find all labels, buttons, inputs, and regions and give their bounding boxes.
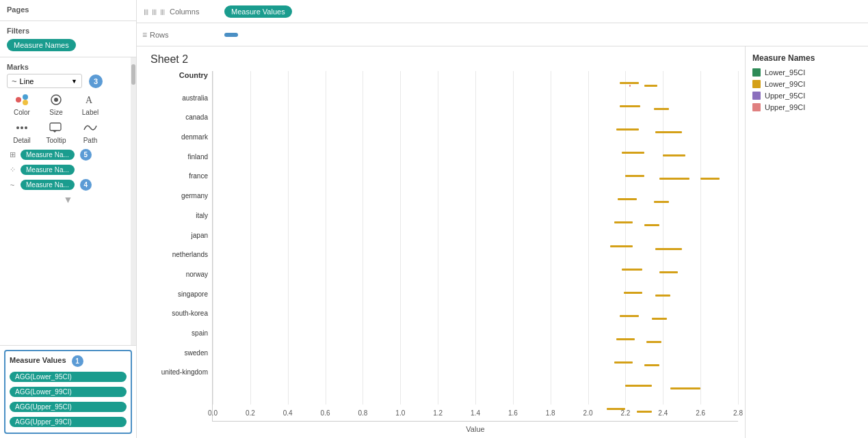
- marks-type-row: ~ Line ▼ 3: [7, 74, 129, 88]
- filters-section: Filters Measure Names: [0, 21, 136, 57]
- data-mark-5-1: [654, 201, 669, 203]
- mv-pill-3[interactable]: AGG(Upper_95CI): [10, 402, 127, 412]
- marks-field-1-pill[interactable]: Measure Na...: [21, 150, 75, 160]
- svg-point-4: [54, 98, 58, 102]
- marks-tooltip-btn[interactable]: Tooltip: [41, 120, 71, 144]
- filter-measure-names-pill[interactable]: Measure Names: [7, 39, 76, 51]
- tooltip-icon: [47, 120, 66, 135]
- marks-icons-row-1: Color Size A Label: [7, 92, 129, 116]
- y-axis-header: Country: [144, 71, 212, 82]
- data-mark-13-1: [670, 387, 700, 389]
- y-label-singapore: singapore: [144, 291, 212, 298]
- columns-measure-values-pill[interactable]: Measure Values: [224, 5, 292, 18]
- scroll-thumb[interactable]: [131, 64, 135, 85]
- data-mark-13-0: [625, 385, 651, 387]
- x-label-8: 1.6: [508, 409, 518, 417]
- mv-pill-2[interactable]: AGG(Lower_99CI): [10, 387, 127, 397]
- marks-title: Marks: [7, 60, 129, 74]
- data-mark-6-0: [614, 221, 633, 223]
- marks-size-btn[interactable]: Size: [41, 92, 71, 116]
- data-mark-0-0: [620, 82, 638, 84]
- y-label-italy: italy: [144, 213, 212, 219]
- path-icon: [81, 120, 100, 135]
- legend-item-upper99: Upper_99CI: [752, 103, 861, 111]
- y-label-canada: canada: [144, 114, 212, 121]
- marks-path-btn[interactable]: Path: [75, 120, 105, 144]
- data-mark-8-0: [622, 269, 642, 271]
- y-label-spain: spain: [144, 330, 212, 337]
- marks-detail-btn[interactable]: Detail: [7, 120, 37, 144]
- y-label-sweden: sweden: [144, 350, 212, 357]
- legend-label-lower99: Lower_99CI: [765, 80, 805, 88]
- scroll-down-indicator: ▼: [7, 191, 129, 205]
- marks-field-2-pill[interactable]: Measure Na...: [21, 165, 75, 175]
- data-mark-4-1: [659, 178, 689, 180]
- grid-line-10: [588, 71, 589, 405]
- marks-label-btn[interactable]: A Label: [75, 92, 105, 116]
- x-label-7: 1.4: [471, 409, 480, 417]
- left-panel: Pages Filters Measure Names Marks ~ Line…: [0, 0, 137, 438]
- grid-line-9: [551, 71, 551, 405]
- x-label-14: 2.8: [733, 409, 743, 417]
- grid-line-1: [250, 71, 251, 405]
- x-label-10: 2.0: [583, 409, 593, 417]
- mv-pill-1[interactable]: AGG(Lower_95CI): [10, 372, 127, 382]
- marks-field-row-1: ⊞ Measure Na... 5: [7, 148, 129, 161]
- columns-pills: Measure Values: [224, 4, 292, 19]
- scroll-track[interactable]: [131, 57, 136, 345]
- data-mark-11-0: [616, 338, 635, 340]
- chart-container: Sheet 2 Country australia canada denmark…: [137, 46, 868, 438]
- marks-field-3-pill[interactable]: Measure Na...: [21, 180, 75, 190]
- y-label-netherlands: netherlands: [144, 251, 212, 258]
- marks-detail-label: Detail: [13, 137, 31, 144]
- marks-path-label: Path: [83, 137, 98, 144]
- data-mark-0-1: [644, 85, 657, 87]
- data-mark-1-1: [654, 108, 669, 110]
- grid-line-3: [326, 71, 326, 405]
- color-icon: [12, 92, 31, 107]
- grid-line-6: [438, 71, 438, 405]
- chevron-down-icon: ▼: [71, 78, 77, 85]
- x-label-13: 2.6: [696, 409, 705, 417]
- main-content: ⫼⫼⫼ Columns Measure Values ≡ Rows Sheet …: [137, 0, 868, 438]
- svg-point-2: [23, 100, 28, 105]
- rows-icon: ≡: [142, 30, 147, 40]
- marks-color-btn[interactable]: Color: [7, 92, 37, 116]
- marks-field-3-badge: 4: [80, 179, 92, 191]
- y-label-france: france: [144, 173, 212, 180]
- wave-icon: ~: [7, 181, 18, 189]
- data-mark-12-0: [614, 361, 633, 364]
- y-label-finland: finland: [144, 154, 212, 161]
- y-label-denmark: denmark: [144, 134, 212, 141]
- marks-fields: ⊞ Measure Na... 5 ⁘ Measure Na... ~ Meas…: [7, 148, 129, 191]
- y-label-germany: germany: [144, 193, 212, 200]
- data-mark-10-0: [620, 315, 638, 317]
- svg-point-1: [23, 94, 28, 100]
- rows-pills: [224, 31, 238, 38]
- data-mark-9-0: [624, 292, 642, 294]
- lower95-color-swatch: [752, 68, 761, 77]
- color-dots-icon: [14, 94, 29, 106]
- pages-section: Pages: [0, 0, 136, 21]
- mv-pill-4[interactable]: AGG(Upper_99CI): [10, 417, 127, 427]
- marks-type-select[interactable]: ~ Line ▼: [7, 74, 82, 88]
- pages-title: Pages: [7, 3, 129, 16]
- legend-item-lower95: Lower_95CI: [752, 68, 861, 77]
- x-label-3: 0.6: [321, 409, 330, 417]
- x-label-12: 2.4: [658, 409, 668, 417]
- marks-field-row-2: ⁘ Measure Na...: [7, 163, 129, 176]
- rows-country-pill[interactable]: [224, 33, 238, 37]
- marks-size-label: Size: [49, 109, 62, 116]
- tooltip-bubble-icon: [49, 122, 64, 134]
- marks-field-row-3: ~ Measure Na... 4: [7, 178, 129, 191]
- legend-panel: Measure Names Lower_95CI Lower_99CI Uppe…: [745, 46, 868, 438]
- filters-title: Filters: [7, 24, 129, 38]
- svg-point-7: [21, 126, 23, 129]
- grid-line-11: [625, 71, 626, 405]
- rows-label: ≡ Rows: [142, 30, 224, 40]
- marks-badge-3: 3: [89, 74, 103, 88]
- size-circles-icon: [49, 94, 64, 106]
- legend-item-upper95: Upper_95CI: [752, 92, 861, 100]
- size-icon: [47, 92, 66, 107]
- grid-line-8: [513, 71, 514, 405]
